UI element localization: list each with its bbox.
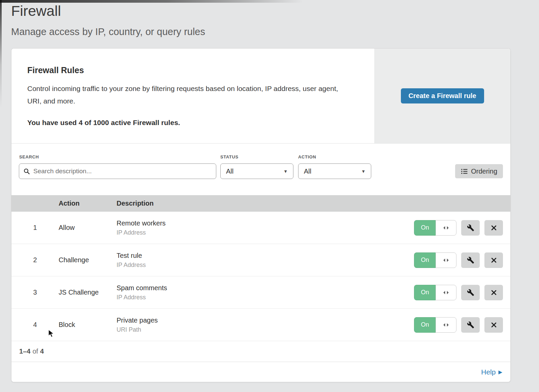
- toggle-expand-button[interactable]: [436, 252, 456, 268]
- screenshot-top-edge: [0, 0, 303, 3]
- action-select-value: All: [304, 168, 311, 175]
- rules-list: 1 Allow Remote workers IP Address On: [11, 212, 510, 341]
- create-firewall-rule-button[interactable]: Create a Firewall rule: [401, 88, 484, 103]
- edit-rule-button[interactable]: [461, 252, 480, 268]
- card-header-section: Firewall Rules Control incoming traffic …: [11, 49, 510, 144]
- delete-rule-button[interactable]: [484, 252, 503, 268]
- rule-priority: 3: [11, 289, 59, 296]
- close-icon: [490, 224, 497, 231]
- rule-controls: On: [409, 252, 510, 268]
- rule-priority: 1: [11, 224, 59, 232]
- delete-rule-button[interactable]: [484, 317, 503, 333]
- chevron-down-icon: ▼: [283, 169, 288, 174]
- chevron-down-icon: ▼: [361, 169, 366, 174]
- rule-description-cell: Private pages URI Path: [117, 316, 409, 333]
- rule-enabled-toggle: On: [414, 252, 456, 268]
- status-select[interactable]: All ▼: [220, 163, 293, 179]
- rule-match-type: URI Path: [117, 326, 409, 333]
- help-link[interactable]: Help ▶: [481, 368, 502, 376]
- rule-enabled-toggle: On: [414, 285, 456, 300]
- toggle-expand-button[interactable]: [436, 220, 456, 236]
- ordering-button[interactable]: Ordering: [455, 164, 503, 178]
- rule-enabled-toggle: On: [414, 220, 456, 236]
- delete-rule-button[interactable]: [484, 220, 503, 236]
- panel-info: Firewall Rules Control incoming traffic …: [11, 49, 374, 143]
- search-input[interactable]: [33, 168, 212, 175]
- rule-controls: On: [409, 220, 510, 236]
- rule-action: Challenge: [59, 256, 117, 264]
- pagination: 1–4 of 4: [11, 341, 510, 362]
- pagination-of: of: [32, 348, 38, 355]
- edit-rule-button[interactable]: [461, 317, 480, 333]
- search-icon: [23, 168, 30, 175]
- wrench-icon: [467, 224, 474, 232]
- arrow-right-icon: ▶: [498, 369, 502, 375]
- panel-description: Control incoming traffic to your zone by…: [27, 82, 347, 107]
- rule-controls: On: [409, 285, 510, 300]
- rule-action: Block: [59, 321, 117, 329]
- rule-match-type: IP Address: [117, 294, 409, 301]
- rule-description-cell: Test rule IP Address: [117, 252, 409, 269]
- action-label: ACTION: [298, 154, 316, 159]
- ordered-list-icon: [461, 168, 468, 175]
- left-right-arrows-icon: [442, 322, 450, 328]
- page-subtitle: Manage access by IP, country, or query r…: [11, 26, 205, 37]
- left-right-arrows-icon: [442, 290, 450, 295]
- wrench-icon: [467, 289, 474, 296]
- ordering-button-label: Ordering: [471, 168, 497, 175]
- left-right-arrows-icon: [442, 258, 450, 263]
- action-select[interactable]: All ▼: [298, 163, 371, 179]
- toggle-on-button[interactable]: On: [414, 285, 436, 300]
- delete-rule-button[interactable]: [484, 285, 503, 300]
- page-title: Firewall: [11, 3, 61, 19]
- rule-description-cell: Remote workers IP Address: [117, 219, 409, 236]
- toggle-on-button[interactable]: On: [414, 317, 436, 333]
- edit-rule-button[interactable]: [461, 220, 480, 236]
- rule-description-cell: Spam comments IP Address: [117, 284, 409, 301]
- rule-action: JS Challenge: [59, 289, 117, 296]
- description-column-header: Description: [117, 200, 409, 207]
- table-row: 2 Challenge Test rule IP Address On: [11, 244, 510, 276]
- screenshot-left-edge: [0, 0, 2, 108]
- toggle-expand-button[interactable]: [436, 285, 456, 300]
- rule-controls: On: [409, 317, 510, 333]
- pagination-range: 1–4: [19, 348, 30, 355]
- rule-action: Allow: [59, 224, 117, 232]
- create-rule-panel: Create a Firewall rule: [374, 49, 510, 143]
- search-box: [19, 163, 216, 179]
- search-label: SEARCH: [19, 154, 39, 159]
- wrench-icon: [467, 321, 474, 329]
- toggle-on-button[interactable]: On: [414, 252, 436, 268]
- rule-priority: 2: [11, 256, 59, 264]
- rule-description: Test rule: [117, 252, 409, 260]
- table-row: 1 Allow Remote workers IP Address On: [11, 212, 510, 244]
- status-select-value: All: [226, 168, 233, 175]
- toggle-expand-button[interactable]: [436, 317, 456, 333]
- help-link-label: Help: [481, 368, 496, 376]
- toggle-on-button[interactable]: On: [414, 220, 436, 236]
- rule-description: Private pages: [117, 316, 409, 324]
- left-right-arrows-icon: [442, 225, 450, 231]
- rule-enabled-toggle: On: [414, 317, 456, 333]
- filter-bar: SEARCH STATUS ACTION All ▼ All ▼: [11, 144, 510, 195]
- pagination-total: 4: [40, 348, 44, 355]
- close-icon: [490, 322, 497, 328]
- table-row: 3 JS Challenge Spam comments IP Address …: [11, 276, 510, 309]
- wrench-icon: [467, 257, 474, 264]
- close-icon: [490, 289, 497, 296]
- rule-description: Remote workers: [117, 219, 409, 227]
- table-header: Action Description: [11, 195, 510, 212]
- action-column-header: Action: [59, 200, 117, 207]
- usage-note: You have used 4 of 1000 active Firewall …: [27, 119, 354, 127]
- rule-priority: 4: [11, 321, 59, 329]
- panel-title: Firewall Rules: [27, 65, 354, 75]
- rule-description: Spam comments: [117, 284, 409, 292]
- firewall-rules-card: Firewall Rules Control incoming traffic …: [11, 48, 511, 382]
- table-row: 4 Block Private pages URI Path On: [11, 309, 510, 341]
- rule-match-type: IP Address: [117, 229, 409, 236]
- rule-match-type: IP Address: [117, 262, 409, 269]
- edit-rule-button[interactable]: [461, 285, 480, 300]
- status-label: STATUS: [220, 154, 239, 159]
- card-footer: Help ▶: [11, 362, 510, 382]
- close-icon: [490, 257, 497, 264]
